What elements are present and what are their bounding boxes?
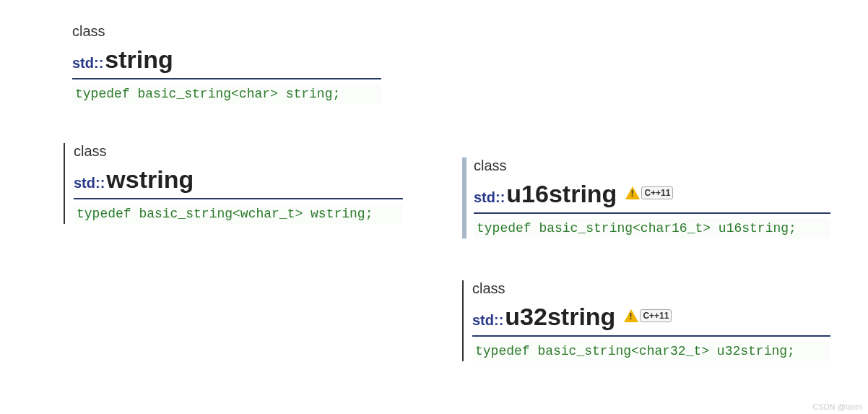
typedef-code: typedef basic_string<wchar_t> wstring; xyxy=(74,204,403,224)
cpp11-label: C++11 xyxy=(640,309,672,322)
doc-block-wstring: class std::wstring typedef basic_string<… xyxy=(64,143,403,224)
class-label: class xyxy=(74,143,403,160)
class-label: class xyxy=(472,280,830,297)
type-name: string xyxy=(105,46,173,74)
cpp11-badge: C++11 xyxy=(624,309,672,322)
namespace-prefix: std:: xyxy=(72,55,103,72)
type-name: u16string xyxy=(506,180,617,208)
typedef-code: typedef basic_string<char32_t> u32string… xyxy=(472,341,830,361)
cpp11-badge: C++11 xyxy=(625,186,673,199)
namespace-prefix: std:: xyxy=(474,189,505,206)
typedef-code: typedef basic_string<char16_t> u16string… xyxy=(474,218,830,238)
namespace-prefix: std:: xyxy=(74,175,105,191)
class-label: class xyxy=(72,23,381,40)
namespace-prefix: std:: xyxy=(472,312,503,329)
type-name: u32string xyxy=(505,303,615,331)
title-line: std::u32string C++11 xyxy=(472,303,830,337)
doc-block-string: class std::string typedef basic_string<c… xyxy=(64,23,381,104)
watermark: CSDN @lsnm xyxy=(812,402,862,411)
title-line: std::wstring xyxy=(74,165,403,199)
warning-icon xyxy=(624,309,638,322)
type-name: wstring xyxy=(106,165,194,194)
doc-block-u32string: class std::u32string C++11 typedef basic… xyxy=(462,280,830,361)
doc-block-u16string: class std::u16string C++11 typedef basic… xyxy=(462,158,830,238)
title-line: std::u16string C++11 xyxy=(474,180,830,214)
cpp11-label: C++11 xyxy=(641,186,673,199)
warning-icon xyxy=(625,186,640,199)
title-line: std::string xyxy=(72,46,381,79)
class-label: class xyxy=(474,158,830,174)
typedef-code: typedef basic_string<char> string; xyxy=(72,84,381,104)
